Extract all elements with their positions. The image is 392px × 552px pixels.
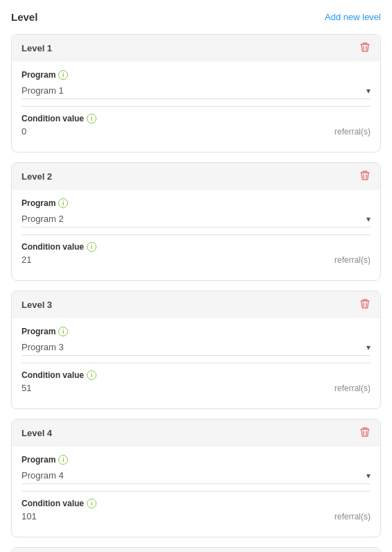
condition-label-3: Condition value: [22, 370, 84, 380]
program-info-icon-4: i: [58, 455, 68, 465]
divider-4: [22, 491, 370, 492]
condition-label-2: Condition value: [22, 242, 84, 252]
program-select-1[interactable]: Program 1 ▾: [22, 83, 370, 99]
trash-icon: [359, 170, 370, 181]
divider-1: [22, 106, 370, 107]
page-header: Level Add new level: [11, 11, 381, 23]
program-info-icon-1: i: [58, 70, 68, 80]
levels-container: Level 1 Program i Program 1 ▾: [11, 34, 381, 552]
level-card-header-4: Level 4: [12, 420, 380, 447]
condition-section-2: Condition value i 21 referral(s): [22, 242, 370, 265]
referrals-label-1: referral(s): [334, 127, 370, 137]
condition-info-icon-3: i: [87, 370, 96, 380]
condition-value-1: 0: [22, 126, 26, 137]
program-label-row-1: Program i: [22, 70, 370, 80]
program-select-3[interactable]: Program 3 ▾: [22, 339, 370, 356]
program-select-2[interactable]: Program 2 ▾: [22, 211, 370, 227]
condition-section-4: Condition value i 101 referral(s): [22, 499, 370, 521]
program-label-4: Program: [22, 455, 56, 465]
condition-label-row-2: Condition value i: [22, 242, 370, 252]
program-dropdown-arrow-4: ▾: [366, 471, 370, 481]
add-new-level-button[interactable]: Add new level: [325, 12, 381, 22]
level-card-header-1: Level 1: [12, 35, 380, 62]
level-card-body-4: Program i Program 4 ▾ Condition value i …: [12, 447, 380, 537]
program-label-2: Program: [22, 198, 56, 208]
level-title-3: Level 3: [22, 300, 52, 310]
program-value-1: Program 1: [22, 85, 64, 96]
program-dropdown-arrow-3: ▾: [366, 343, 370, 352]
program-dropdown-arrow-1: ▾: [366, 86, 370, 96]
referrals-label-2: referral(s): [334, 255, 370, 265]
condition-value-4: 101: [22, 511, 37, 521]
program-section-4: Program i Program 4 ▾: [22, 455, 370, 484]
referrals-label-4: referral(s): [334, 512, 370, 521]
delete-level-2-button[interactable]: [359, 170, 370, 183]
program-label-3: Program: [22, 327, 56, 336]
program-label-row-2: Program i: [22, 198, 370, 208]
condition-section-3: Condition value i 51 referral(s): [22, 370, 370, 393]
divider-2: [22, 234, 370, 235]
program-select-4[interactable]: Program 4 ▾: [22, 467, 370, 484]
level-card-5: Level 5 Program i Program 5 ▾: [11, 547, 381, 552]
program-value-2: Program 2: [22, 214, 64, 224]
condition-label-1: Condition value: [22, 114, 84, 123]
level-card-header-3: Level 3: [12, 291, 380, 318]
level-card-1: Level 1 Program i Program 1 ▾: [11, 34, 381, 153]
condition-info-icon-2: i: [87, 242, 96, 252]
condition-info-icon-1: i: [87, 114, 96, 123]
level-card-4: Level 4 Program i Program 4 ▾: [11, 419, 381, 537]
divider-3: [22, 363, 370, 363]
trash-icon: [359, 298, 370, 309]
condition-label-row-1: Condition value i: [22, 114, 370, 123]
program-section-3: Program i Program 3 ▾: [22, 327, 370, 356]
condition-value-row-2: 21 referral(s): [22, 255, 370, 265]
condition-label-row-4: Condition value i: [22, 499, 370, 508]
program-label-1: Program: [22, 70, 56, 80]
page-title: Level: [11, 11, 37, 23]
program-info-icon-3: i: [58, 327, 68, 336]
program-section-1: Program i Program 1 ▾: [22, 70, 370, 99]
condition-value-row-1: 0 referral(s): [22, 126, 370, 137]
program-dropdown-arrow-2: ▾: [366, 214, 370, 224]
program-value-3: Program 3: [22, 342, 64, 352]
delete-level-1-button[interactable]: [359, 42, 370, 55]
delete-level-4-button[interactable]: [359, 426, 370, 440]
condition-value-row-4: 101 referral(s): [22, 511, 370, 521]
trash-icon: [359, 42, 370, 53]
condition-value-2: 21: [22, 255, 31, 265]
program-value-4: Program 4: [22, 470, 64, 481]
trash-icon: [359, 426, 370, 438]
level-card-header-2: Level 2: [12, 163, 380, 190]
level-card-3: Level 3 Program i Program 3 ▾: [11, 291, 381, 409]
delete-level-3-button[interactable]: [359, 298, 370, 311]
level-title-4: Level 4: [22, 428, 52, 438]
program-label-row-3: Program i: [22, 327, 370, 336]
program-label-row-4: Program i: [22, 455, 370, 465]
level-card-2: Level 2 Program i Program 2 ▾: [11, 162, 381, 281]
condition-label-4: Condition value: [22, 499, 84, 508]
condition-value-row-3: 51 referral(s): [22, 383, 370, 393]
program-info-icon-2: i: [58, 198, 68, 208]
condition-section-1: Condition value i 0 referral(s): [22, 114, 370, 137]
level-title-1: Level 1: [22, 43, 52, 53]
program-section-2: Program i Program 2 ▾: [22, 198, 370, 227]
level-card-body-1: Program i Program 1 ▾ Condition value i …: [12, 62, 380, 152]
level-card-header-5: Level 5: [12, 548, 380, 552]
condition-label-row-3: Condition value i: [22, 370, 370, 380]
condition-value-3: 51: [22, 383, 31, 393]
referrals-label-3: referral(s): [334, 383, 370, 393]
level-title-2: Level 2: [22, 171, 52, 182]
level-card-body-2: Program i Program 2 ▾ Condition value i …: [12, 190, 380, 280]
condition-info-icon-4: i: [87, 499, 96, 508]
level-card-body-3: Program i Program 3 ▾ Condition value i …: [12, 318, 380, 408]
